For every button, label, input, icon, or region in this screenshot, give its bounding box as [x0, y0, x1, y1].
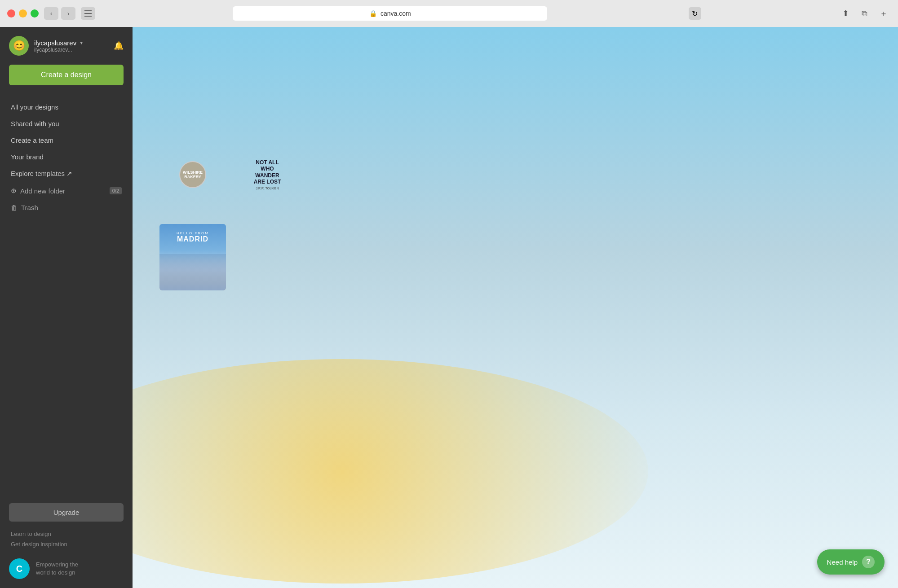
- nav-section: All your designs Shared with you Create …: [0, 99, 133, 182]
- trash-icon: 🗑: [11, 204, 18, 211]
- need-help-button[interactable]: Need help ?: [817, 549, 885, 575]
- upgrade-button[interactable]: Upgrade: [9, 503, 124, 522]
- user-section: 😊 ilycapslusarev ▼ ilycapslusarev... 🔔: [0, 36, 133, 65]
- traffic-lights: [7, 9, 39, 18]
- main-layout: 😊 ilycapslusarev ▼ ilycapslusarev... 🔔 C…: [0, 27, 898, 588]
- help-icon: ?: [862, 556, 875, 568]
- avatar: 😊: [9, 36, 29, 56]
- sidebar-item-explore-templates[interactable]: Explore templates ↗: [0, 165, 133, 182]
- social-not-all-text: NOT ALLWHOWANDERARE LOST: [254, 159, 281, 185]
- lock-icon: 🔒: [369, 10, 377, 17]
- sidebar-item-shared[interactable]: Shared with you: [0, 115, 133, 132]
- instagram-post-card[interactable]: HELLO FROM MADRID Instagram Post: [159, 224, 226, 302]
- social-media-card[interactable]: NOT ALLWHOWANDERARE LOST J.R.R. TOLKIEN …: [234, 141, 301, 219]
- canva-tagline: Empowering the world to design: [36, 561, 78, 577]
- design-inspiration-link[interactable]: Get design inspiration: [11, 539, 122, 549]
- canva-footer: C Empowering the world to design: [0, 549, 133, 579]
- trash-label: Trash: [21, 204, 38, 211]
- sidebar-links: Learn to design Get design inspiration: [0, 529, 133, 549]
- trash-item[interactable]: 🗑 Trash: [0, 199, 133, 216]
- forward-button[interactable]: ›: [61, 7, 75, 20]
- svg-rect-1: [84, 13, 92, 14]
- social-media-thumbnail: NOT ALLWHOWANDERARE LOST J.R.R. TOLKIEN: [234, 141, 301, 208]
- folder-badge: 0/2: [110, 187, 122, 194]
- sidebar-toggle-button[interactable]: [81, 7, 95, 20]
- new-tab-button[interactable]: ⧉: [858, 7, 872, 20]
- add-folder-item[interactable]: ⊕ Add new folder 0/2: [0, 182, 133, 199]
- maximize-traffic-light[interactable]: [31, 9, 39, 18]
- url-text: canva.com: [380, 10, 411, 17]
- user-name: ilycapslusarev ▼: [34, 39, 108, 47]
- address-bar[interactable]: 🔒 canva.com: [233, 6, 547, 21]
- social-media-posts-section: Social Media Posts WILSHIRE WILSHIREBAKE…: [159, 115, 871, 302]
- canva-logo: C: [9, 558, 30, 579]
- share-button[interactable]: ⬆: [839, 7, 853, 20]
- minimize-traffic-light[interactable]: [19, 9, 27, 18]
- content-area: ✕ Waffles Facebook Post Social Media Pos…: [133, 27, 898, 588]
- sidebar-item-all-designs[interactable]: All your designs: [0, 99, 133, 115]
- madrid-building: [159, 254, 226, 290]
- learn-to-design-link[interactable]: Learn to design: [11, 529, 122, 539]
- madrid-text: HELLO FROM MADRID: [177, 231, 209, 243]
- wilshire-circle-text: WILSHIREBAKERY: [183, 170, 203, 179]
- social-media-cards-row: WILSHIRE WILSHIREBAKERY Twitter Post: [159, 141, 871, 219]
- sidebar-item-create-team[interactable]: Create a team: [0, 132, 133, 149]
- browser-chrome: ‹ › 🔒 canva.com ↻ ⬆ ⧉ ＋: [0, 0, 898, 27]
- user-info: ilycapslusarev ▼ ilycapslusarev...: [34, 39, 108, 53]
- user-email: ilycapslusarev...: [34, 47, 108, 53]
- social-attr-text: J.R.R. TOLKIEN: [254, 187, 281, 190]
- svg-rect-2: [84, 16, 92, 17]
- add-folder-label: Add new folder: [20, 187, 65, 195]
- notification-bell-icon[interactable]: 🔔: [114, 41, 124, 51]
- nav-buttons: ‹ ›: [44, 7, 75, 20]
- back-button[interactable]: ‹: [44, 7, 58, 20]
- user-dropdown-icon[interactable]: ▼: [79, 40, 84, 45]
- need-help-label: Need help: [827, 558, 858, 566]
- svg-rect-0: [84, 10, 92, 11]
- browser-actions: ⬆ ⧉ ＋: [839, 7, 891, 20]
- add-folder-icon: ⊕: [11, 187, 17, 195]
- sidebar-item-your-brand[interactable]: Your brand: [0, 149, 133, 165]
- add-tab-button[interactable]: ＋: [876, 7, 891, 20]
- close-traffic-light[interactable]: [7, 9, 15, 18]
- sidebar: 😊 ilycapslusarev ▼ ilycapslusarev... 🔔 C…: [0, 27, 133, 588]
- create-design-button[interactable]: Create a design: [9, 65, 124, 85]
- instagram-post-thumbnail: HELLO FROM MADRID: [159, 224, 226, 290]
- reload-button[interactable]: ↻: [689, 7, 701, 20]
